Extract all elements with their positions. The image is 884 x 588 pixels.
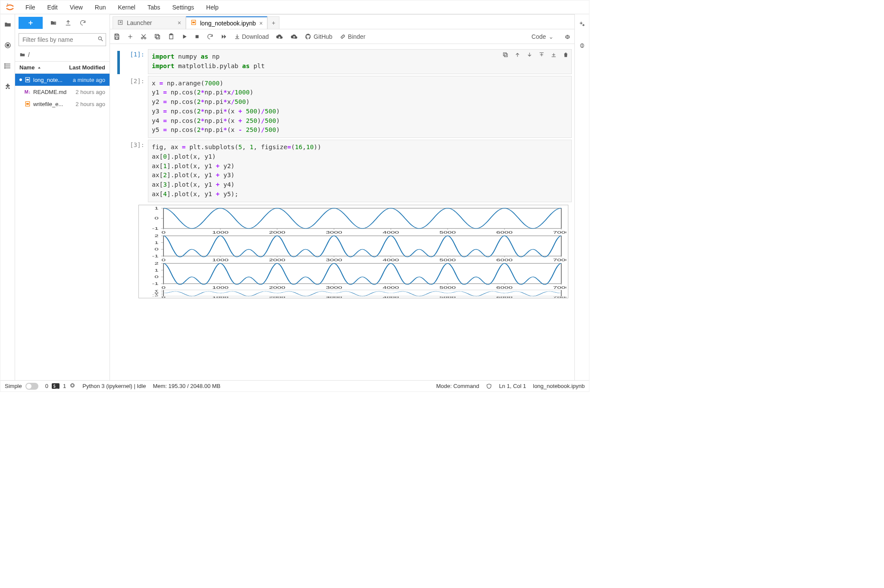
file-row[interactable]: long_note...a minute ago — [15, 74, 110, 86]
jupyter-logo — [5, 2, 15, 13]
svg-text:5000: 5000 — [439, 297, 456, 298]
stop-icon[interactable] — [194, 34, 200, 39]
add-tab-button[interactable]: + — [267, 16, 279, 29]
svg-text:1000: 1000 — [212, 258, 229, 262]
code-cell[interactable]: [2]:x = np.arange(7000) y1 = np.cos(2*np… — [113, 76, 572, 138]
add-cell-icon[interactable] — [127, 34, 133, 40]
cell-input[interactable]: x = np.arange(7000) y1 = np.cos(2*np.pi*… — [148, 76, 572, 138]
fast-forward-icon[interactable] — [220, 34, 227, 40]
kernel-chip-icon — [69, 382, 75, 390]
search-icon — [97, 36, 103, 43]
new-launcher-button[interactable] — [19, 17, 43, 29]
svg-text:1: 1 — [154, 291, 159, 292]
restart-icon[interactable] — [207, 33, 213, 40]
kernels-count[interactable]: 1 — [63, 383, 66, 389]
code-cell[interactable]: [3]:fig, ax = plt.subplots(5, 1, figsize… — [113, 140, 572, 202]
svg-text:0: 0 — [154, 292, 159, 294]
menu-run[interactable]: Run — [89, 2, 112, 13]
svg-text:0: 0 — [154, 247, 159, 251]
trust-icon[interactable] — [486, 383, 492, 389]
work-area: Launcher×long_notebook.ipynb×+ Download … — [110, 14, 574, 380]
close-icon[interactable]: × — [178, 19, 181, 26]
svg-text:2000: 2000 — [269, 230, 285, 235]
menu-tabs[interactable]: Tabs — [141, 2, 166, 13]
statusbar: Simple 0 $_ 1 Python 3 (ipykernel) | Idl… — [0, 380, 589, 391]
filter-files-input[interactable] — [19, 33, 106, 46]
svg-line-13 — [101, 40, 103, 41]
move-up-icon[interactable] — [514, 51, 520, 61]
menu-kernel[interactable]: Kernel — [112, 2, 141, 13]
close-icon[interactable]: × — [259, 20, 263, 27]
svg-text:6000: 6000 — [496, 285, 513, 290]
svg-text:0: 0 — [161, 230, 166, 235]
download-button[interactable]: Download — [234, 33, 269, 40]
kernel-status[interactable]: Python 3 (ipykernel) | Idle — [82, 383, 146, 389]
cell-input[interactable]: fig, ax = plt.subplots(5, 1, figsize=(16… — [148, 140, 572, 202]
run-icon[interactable] — [182, 34, 188, 40]
insert-below-icon[interactable] — [551, 51, 557, 61]
file-list-header[interactable]: Name Last Modified — [15, 62, 110, 74]
svg-text:6000: 6000 — [496, 258, 513, 262]
svg-line-36 — [565, 36, 566, 36]
file-modified: a minute ago — [73, 77, 105, 83]
svg-rect-152 — [71, 384, 74, 387]
cloud-download-icon[interactable] — [276, 33, 283, 40]
svg-rect-41 — [503, 53, 506, 56]
plot-output: -10101000200030004000500060007000 -10120… — [138, 205, 568, 298]
running-icon[interactable] — [3, 41, 12, 50]
svg-text:0: 0 — [154, 275, 159, 279]
property-inspector-icon[interactable] — [578, 20, 586, 29]
delete-icon[interactable] — [563, 51, 569, 61]
svg-rect-95 — [163, 236, 561, 256]
file-row[interactable]: M↓README.md2 hours ago — [15, 86, 110, 98]
new-folder-icon[interactable]: + — [50, 19, 57, 27]
extensions-icon[interactable] — [3, 82, 12, 91]
move-down-icon[interactable] — [527, 51, 533, 61]
svg-rect-21 — [116, 34, 118, 35]
toc-icon[interactable] — [3, 62, 12, 70]
binder-button[interactable]: Binder — [339, 33, 365, 40]
chevron-down-icon: ⌄ — [549, 33, 554, 40]
svg-text:-1: -1 — [152, 294, 159, 295]
file-modified: 2 hours ago — [75, 101, 105, 107]
exec-prompt: [1]: — [125, 49, 148, 74]
save-icon[interactable] — [113, 33, 120, 40]
notebook-area[interactable]: [1]: import numpy as np import matplotli… — [110, 44, 574, 380]
simple-toggle[interactable]: Simple — [5, 383, 38, 390]
svg-text:0: 0 — [161, 258, 166, 262]
debug-icon[interactable] — [564, 33, 571, 40]
svg-text:-1: -1 — [152, 254, 159, 258]
menu-settings[interactable]: Settings — [166, 2, 201, 13]
menu-file[interactable]: File — [19, 2, 41, 13]
folder-icon[interactable] — [3, 20, 12, 29]
menu-help[interactable]: Help — [200, 2, 225, 13]
copy-icon[interactable] — [154, 33, 161, 40]
refresh-icon[interactable] — [79, 19, 87, 27]
svg-text:-1: -1 — [152, 281, 159, 286]
toggle-icon[interactable] — [25, 383, 38, 390]
breadcrumb[interactable]: / — [15, 48, 110, 62]
doc-status[interactable]: long_notebook.ipynb — [533, 383, 585, 389]
code-cell[interactable]: [1]: import numpy as np import matplotli… — [113, 49, 572, 74]
tab-launcher[interactable]: Launcher× — [113, 16, 186, 29]
menu-view[interactable]: View — [64, 2, 89, 13]
celltype-label: Code — [532, 33, 546, 40]
tab-long-notebook-ipynb[interactable]: long_notebook.ipynb× — [186, 16, 267, 29]
cell-input[interactable]: import numpy as np import matplotlib.pyl… — [148, 49, 572, 74]
svg-text:+: + — [54, 22, 56, 25]
terminals-count[interactable]: 0 — [45, 383, 48, 389]
svg-text:2: 2 — [154, 235, 159, 238]
menu-edit[interactable]: Edit — [41, 2, 64, 13]
upload-icon[interactable] — [64, 19, 72, 27]
paste-icon[interactable] — [168, 33, 175, 40]
file-row[interactable]: writefile_e...2 hours ago — [15, 98, 110, 110]
svg-rect-2 — [6, 44, 9, 47]
celltype-select[interactable]: Code ⌄ — [532, 33, 554, 40]
duplicate-icon[interactable] — [502, 51, 508, 61]
cloud-upload-icon[interactable] — [290, 33, 298, 40]
svg-text:4000: 4000 — [382, 285, 399, 290]
debugger-icon[interactable] — [578, 41, 586, 50]
insert-above-icon[interactable] — [539, 51, 545, 61]
cut-icon[interactable] — [140, 33, 147, 40]
github-button[interactable]: GitHub — [305, 33, 332, 40]
